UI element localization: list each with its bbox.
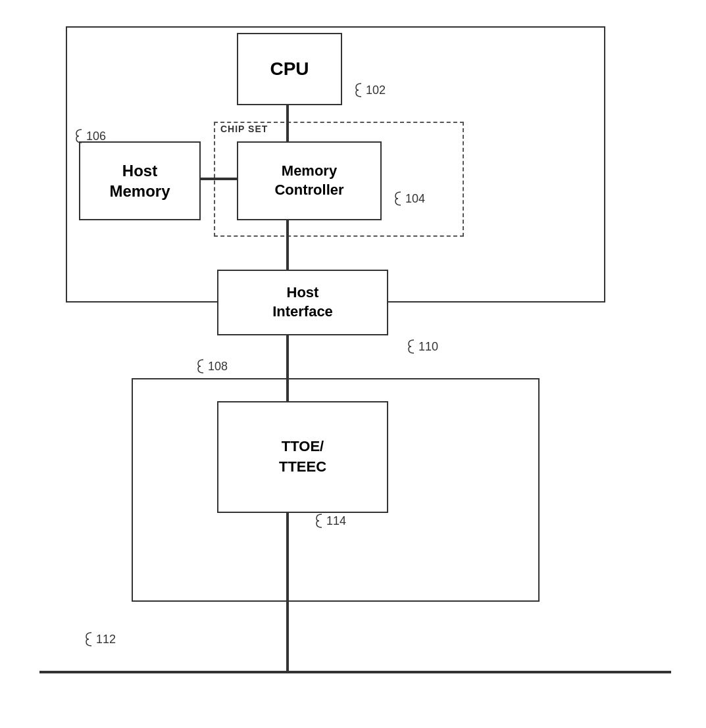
ref-112: 112	[82, 631, 116, 647]
line-hostmem-memctrl	[201, 178, 237, 180]
ref-106-text: 106	[86, 130, 106, 143]
host-memory-label: HostMemory	[109, 160, 170, 201]
ref-104: 104	[391, 191, 425, 206]
ref-108-text: 108	[208, 360, 228, 374]
ref-102: 102	[352, 82, 386, 98]
cpu-box: CPU	[237, 33, 342, 105]
ref-102-text: 102	[366, 84, 386, 97]
ref-104-text: 104	[405, 192, 425, 206]
ref-108: 108	[194, 358, 228, 374]
ref-106: 106	[72, 128, 106, 144]
ref-114-text: 114	[326, 514, 346, 528]
host-interface-label: HostInterface	[272, 283, 333, 321]
diagram: CPU 102 CHIP SET MemoryController 104 Ho…	[39, 13, 665, 710]
ref-112-text: 112	[96, 633, 116, 646]
ref-110-text: 110	[418, 340, 438, 354]
host-interface-box: HostInterface	[217, 270, 388, 335]
ref-114: 114	[313, 513, 346, 529]
host-memory-box: HostMemory	[79, 141, 201, 220]
ttoe-box: TTOE/TTEEC	[217, 401, 388, 513]
line-memctrl-hiface	[286, 220, 289, 270]
ref-110: 110	[405, 339, 438, 354]
ttoe-label: TTOE/TTEEC	[279, 437, 326, 477]
network-line	[39, 671, 671, 673]
memory-controller-label: MemoryController	[274, 162, 343, 199]
memory-controller-box: MemoryController	[237, 141, 382, 220]
line-ttoe-net	[286, 513, 289, 671]
cpu-label: CPU	[270, 59, 309, 80]
line-cpu-memctrl	[286, 105, 289, 141]
chipset-label: CHIP SET	[218, 124, 270, 134]
